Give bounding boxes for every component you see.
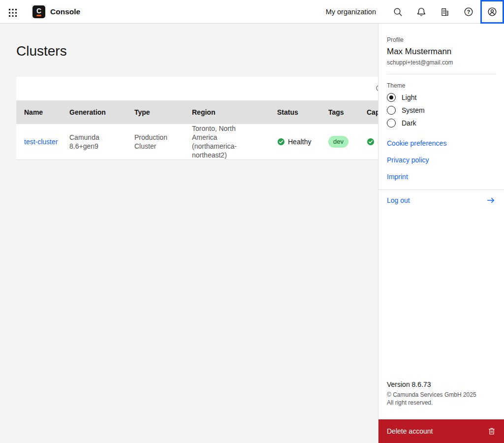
app-window: C Console My organization — [0, 0, 504, 443]
theme-option-dark[interactable]: Dark — [387, 119, 496, 127]
camunda-logo: C — [32, 5, 45, 18]
version-text: Version 8.6.73 — [387, 380, 496, 388]
theme-section-label: Theme — [387, 82, 496, 89]
column-header-type: Type — [126, 108, 184, 116]
rights-text: All right reserved. — [387, 399, 496, 407]
profile-name: Max Mustermann — [387, 47, 496, 57]
copyright-text: © Camunda Services GmbH 2025 — [387, 391, 496, 399]
column-header-tags: Tags — [320, 108, 359, 116]
notifications-bell-icon — [416, 7, 426, 17]
column-header-status: Status — [269, 108, 320, 116]
help-icon: ? — [464, 7, 473, 17]
arrow-right-icon — [486, 195, 496, 205]
cell-generation: Camunda 8.6+gen9 — [62, 133, 126, 151]
cell-status-text: Healthy — [288, 137, 311, 146]
help-button[interactable]: ? — [457, 0, 480, 24]
user-profile-panel: Profile Max Mustermann schuppi+test@gmai… — [378, 24, 504, 443]
app-switcher-button[interactable] — [0, 0, 24, 24]
radio-light[interactable] — [387, 93, 396, 102]
profile-email: schuppi+test@gmail.com — [387, 59, 496, 66]
profile-section-label: Profile — [387, 36, 496, 43]
column-header-name: Name — [16, 108, 62, 116]
cluster-name-link[interactable]: test-cluster — [24, 138, 58, 146]
enterprise-building-icon — [440, 7, 450, 17]
column-header-generation: Generation — [62, 108, 126, 116]
cell-region: Toronto, North America (northamerica-nor… — [184, 124, 269, 159]
camunda-logo-letter: C — [36, 7, 41, 14]
organization-management-button[interactable] — [433, 0, 457, 24]
theme-option-light[interactable]: Light — [387, 93, 496, 102]
app-switcher-icon — [8, 8, 16, 16]
search-button[interactable] — [386, 0, 410, 24]
notifications-button[interactable] — [410, 0, 433, 24]
cell-type: Production Cluster — [126, 133, 184, 151]
cookie-preferences-link[interactable]: Cookie preferences — [387, 139, 496, 147]
tag-dev: dev — [328, 136, 348, 148]
logout-button[interactable]: Log out — [378, 190, 504, 211]
search-icon — [393, 7, 403, 17]
privacy-policy-link[interactable]: Privacy policy — [387, 156, 496, 164]
delete-account-button[interactable]: Delete account — [378, 419, 504, 443]
svg-text:?: ? — [467, 8, 470, 14]
column-header-region: Region — [184, 108, 269, 116]
radio-dark[interactable] — [387, 119, 396, 127]
panel-spacer — [378, 211, 504, 380]
app-title: Console — [50, 7, 80, 16]
user-avatar-icon — [487, 7, 497, 17]
user-profile-button[interactable] — [480, 0, 504, 24]
radio-system[interactable] — [387, 106, 396, 115]
healthy-check-icon — [277, 138, 285, 146]
theme-option-system[interactable]: System — [387, 106, 496, 115]
imprint-link[interactable]: Imprint — [387, 173, 496, 181]
top-header-bar: C Console My organization — [0, 0, 504, 24]
capability-check-icon — [367, 138, 375, 146]
page-title: Clusters — [16, 43, 67, 59]
organization-label[interactable]: My organization — [326, 8, 376, 16]
trash-icon — [487, 427, 496, 436]
